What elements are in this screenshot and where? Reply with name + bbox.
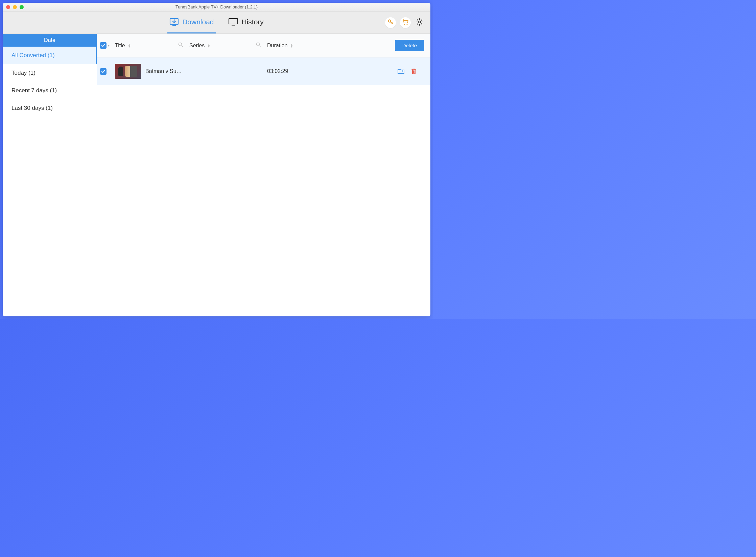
sidebar-item-recent-7-days[interactable]: Recent 7 days (1)	[3, 82, 97, 99]
tab-download-label: Download	[182, 18, 214, 26]
key-icon	[387, 19, 394, 26]
delete-button[interactable]: Delete	[395, 40, 424, 51]
svg-rect-3	[232, 25, 235, 26]
traffic-lights	[6, 5, 24, 9]
tab-history[interactable]: History	[226, 11, 266, 33]
gear-icon	[416, 18, 424, 27]
svg-point-7	[419, 21, 421, 23]
sidebar: Date All Converted (1) Today (1) Recent …	[3, 34, 97, 316]
thumbnail	[115, 64, 141, 79]
table-row[interactable]: Batman v Su… 03:02:29	[97, 57, 430, 85]
sidebar-item-last-30-days[interactable]: Last 30 days (1)	[3, 99, 97, 117]
svg-point-9	[257, 43, 260, 46]
cart-icon	[402, 19, 409, 26]
sidebar-header: Date	[3, 34, 97, 47]
column-series-label: Series	[189, 43, 205, 49]
svg-rect-2	[229, 19, 238, 24]
search-icon[interactable]	[178, 42, 183, 49]
window-title: TunesBank Apple TV+ Downloader (1.2.1)	[3, 4, 430, 9]
monitor-icon	[228, 18, 238, 26]
close-window-button[interactable]	[6, 5, 10, 9]
chevron-down-icon[interactable]: ▾	[108, 44, 110, 47]
download-icon	[169, 18, 179, 26]
sidebar-item-label: Today (1)	[11, 70, 36, 76]
column-header-series[interactable]: Series ▴▾	[189, 43, 267, 49]
row-actions	[341, 68, 424, 75]
svg-point-5	[404, 24, 405, 25]
column-duration-label: Duration	[267, 43, 287, 49]
row-duration: 03:02:29	[267, 68, 341, 74]
maximize-window-button[interactable]	[20, 5, 24, 9]
row-checkbox-cell	[100, 68, 115, 75]
minimize-window-button[interactable]	[13, 5, 17, 9]
toolbar-right	[385, 17, 424, 28]
row-checkbox[interactable]	[100, 68, 107, 75]
open-folder-button[interactable]	[397, 68, 405, 74]
settings-button[interactable]	[415, 18, 424, 27]
svg-point-8	[179, 43, 182, 46]
tab-bar: Download History	[3, 11, 430, 34]
tab-download[interactable]: Download	[167, 11, 216, 33]
search-icon[interactable]	[256, 42, 261, 49]
sort-icon: ▴▾	[291, 44, 292, 48]
sort-icon: ▴▾	[208, 44, 210, 48]
column-title-label: Title	[115, 43, 125, 49]
column-header-title[interactable]: Title ▴▾	[115, 43, 189, 49]
table-header: ▾ Title ▴▾ Series ▴▾ Durat	[97, 34, 430, 57]
divider	[97, 119, 430, 119]
sort-icon: ▴▾	[128, 44, 130, 48]
content-area: Date All Converted (1) Today (1) Recent …	[3, 34, 430, 316]
select-all-checkbox[interactable]	[100, 42, 107, 49]
svg-point-6	[407, 24, 408, 25]
svg-rect-1	[172, 25, 176, 26]
sidebar-item-label: All Converted (1)	[11, 52, 55, 59]
app-window: TunesBank Apple TV+ Downloader (1.2.1) D…	[3, 3, 430, 316]
delete-row-button[interactable]	[411, 68, 417, 75]
sidebar-item-today[interactable]: Today (1)	[3, 64, 97, 82]
sidebar-item-all-converted[interactable]: All Converted (1)	[3, 47, 97, 64]
sidebar-item-label: Recent 7 days (1)	[11, 87, 57, 94]
key-button[interactable]	[385, 17, 396, 28]
column-header-duration[interactable]: Duration ▴▾	[267, 43, 341, 49]
titlebar: TunesBank Apple TV+ Downloader (1.2.1)	[3, 3, 430, 11]
cart-button[interactable]	[400, 17, 411, 28]
select-all-cell: ▾	[100, 42, 115, 49]
sidebar-item-label: Last 30 days (1)	[11, 105, 53, 112]
tab-history-label: History	[242, 18, 264, 26]
main-panel: ▾ Title ▴▾ Series ▴▾ Durat	[97, 34, 430, 316]
row-title: Batman v Su…	[145, 68, 189, 74]
column-actions: Delete	[341, 40, 424, 51]
